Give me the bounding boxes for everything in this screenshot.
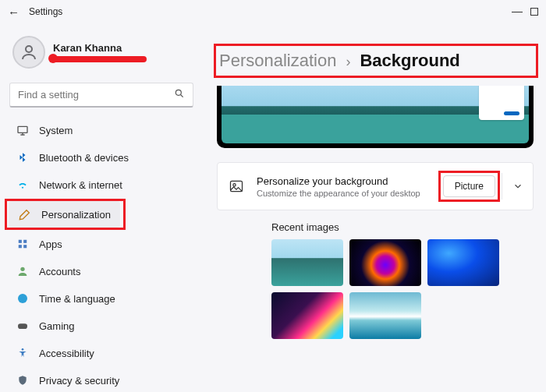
preview-window-icon: [479, 86, 524, 120]
window-controls: [512, 8, 538, 16]
svg-point-8: [18, 294, 27, 303]
background-type-panel[interactable]: Personalize your background Customize th…: [217, 162, 534, 210]
sidebar-item-label: Apps: [39, 238, 62, 250]
recent-image-thumbnail[interactable]: [427, 239, 499, 286]
minimize-button[interactable]: [512, 12, 523, 12]
search-input[interactable]: [9, 83, 193, 108]
sidebar-item-bluetooth[interactable]: Bluetooth & devices: [6, 144, 197, 171]
chevron-right-icon: ›: [346, 54, 350, 70]
time-icon: [16, 291, 30, 305]
panel-title: Personalize your background: [257, 175, 438, 187]
sidebar-item-privacy[interactable]: Privacy & security: [6, 367, 197, 392]
picture-icon: [227, 177, 246, 196]
sidebar-item-label: Accounts: [39, 266, 80, 277]
maximize-button[interactable]: [530, 8, 538, 16]
svg-rect-2: [18, 126, 27, 132]
recent-image-thumbnail[interactable]: [349, 239, 421, 286]
svg-rect-3: [19, 240, 22, 243]
breadcrumb-current: Background: [360, 51, 459, 71]
sidebar-item-label: Privacy & security: [39, 375, 119, 387]
gaming-icon: [16, 319, 30, 333]
recent-images-title: Recent images: [271, 221, 534, 233]
sidebar-item-label: Network & internet: [39, 179, 122, 191]
sidebar-item-time[interactable]: Time & language: [6, 285, 197, 312]
app-title: Settings: [29, 6, 62, 17]
svg-point-1: [176, 90, 181, 95]
desktop-preview: [217, 86, 534, 148]
search-field[interactable]: [18, 89, 174, 101]
svg-rect-4: [23, 240, 27, 243]
user-email-redacted: [53, 56, 147, 62]
wifi-icon: [16, 178, 30, 192]
sidebar-item-system[interactable]: System: [6, 117, 197, 143]
recent-image-thumbnail[interactable]: [271, 239, 343, 286]
expand-button[interactable]: [502, 173, 533, 200]
breadcrumb-parent[interactable]: Personalization: [219, 51, 336, 71]
background-type-select[interactable]: Picture: [443, 175, 495, 197]
sidebar-item-apps[interactable]: Apps: [6, 231, 197, 257]
user-name: Karan Khanna: [53, 42, 147, 54]
svg-point-0: [26, 46, 32, 52]
sidebar-item-accessibility[interactable]: Accessibility: [6, 340, 197, 366]
search-icon: [174, 88, 185, 101]
sidebar-item-label: System: [39, 125, 73, 136]
accessibility-icon: [16, 346, 30, 360]
recent-image-thumbnail[interactable]: [349, 292, 421, 339]
recent-image-thumbnail[interactable]: [271, 292, 343, 339]
privacy-icon: [16, 373, 30, 387]
back-button[interactable]: ←: [8, 5, 20, 19]
recent-images-grid: [271, 239, 534, 339]
svg-rect-9: [18, 323, 27, 329]
sidebar-item-network[interactable]: Network & internet: [6, 171, 197, 198]
system-icon: [16, 123, 30, 137]
apps-icon: [16, 237, 30, 251]
accounts-icon: [16, 264, 30, 278]
svg-rect-6: [23, 245, 27, 248]
svg-point-7: [20, 267, 24, 271]
bluetooth-icon: [16, 150, 30, 164]
panel-subtitle: Customize the appearance of your desktop: [257, 189, 438, 198]
svg-point-10: [22, 348, 24, 351]
svg-rect-5: [19, 245, 22, 248]
sidebar-item-label: Personalization: [41, 209, 111, 221]
sidebar-item-label: Gaming: [39, 320, 75, 332]
svg-point-12: [233, 184, 236, 186]
sidebar-item-label: Accessibility: [39, 348, 94, 359]
sidebar-item-personalization[interactable]: Personalization: [9, 201, 120, 228]
sidebar-item-label: Time & language: [39, 293, 115, 305]
avatar: [12, 36, 45, 69]
sidebar-item-accounts[interactable]: Accounts: [6, 258, 197, 284]
sidebar-item-gaming[interactable]: Gaming: [6, 313, 197, 339]
user-profile[interactable]: Karan Khanna: [5, 28, 198, 79]
breadcrumb: Personalization › Background: [214, 44, 538, 78]
personalization-icon: [18, 207, 32, 221]
sidebar-item-label: Bluetooth & devices: [39, 152, 129, 164]
